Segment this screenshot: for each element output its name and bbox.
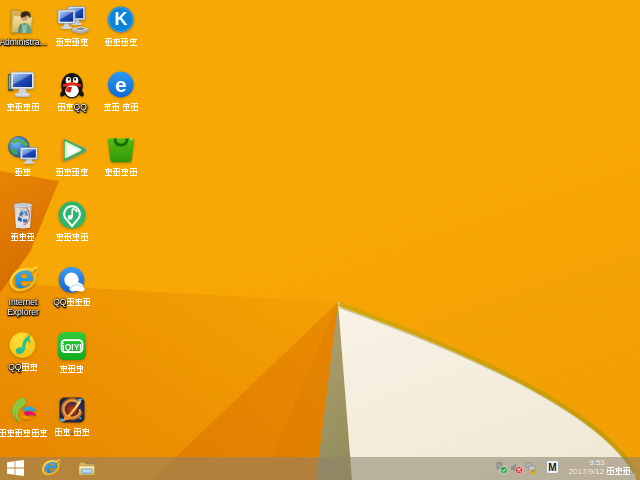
svg-text:K: K [115,9,128,29]
svg-text:e: e [115,73,127,96]
svg-text:M: M [548,462,556,473]
svg-text:iQIYI: iQIYI [62,342,81,352]
